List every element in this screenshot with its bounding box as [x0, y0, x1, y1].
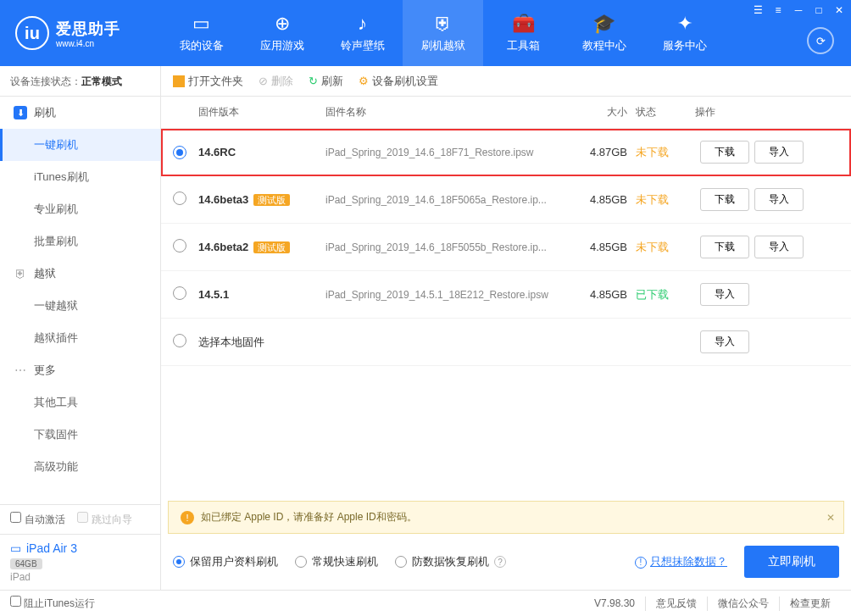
nav-icon: 🧰 [512, 13, 535, 35]
import-button[interactable]: 导入 [754, 236, 804, 258]
more-icon: ⋯ [14, 363, 27, 377]
sidebar-group-jailbreak[interactable]: ⛨越狱 [0, 258, 160, 290]
sidebar-group-more[interactable]: ⋯更多 [0, 354, 160, 386]
firmware-row[interactable]: 14.6beta3测试版iPad_Spring_2019_14.6_18F506… [161, 176, 851, 224]
refresh-icon: ↻ [309, 75, 318, 87]
option-keep-data[interactable]: 保留用户资料刷机 [173, 554, 278, 569]
device-info[interactable]: ▭iPad Air 3 64GB iPad [0, 534, 160, 590]
beta-badge: 测试版 [253, 241, 290, 253]
sidebar-item[interactable]: 其他工具 [0, 386, 160, 419]
sidebar-item[interactable]: 一键刷机 [0, 129, 160, 161]
logo-icon: iu [15, 16, 49, 50]
radio-button[interactable] [173, 286, 186, 300]
nav-item-5[interactable]: 🎓教程中心 [564, 0, 644, 66]
flash-options: 保留用户资料刷机 常规快速刷机 防数据恢复刷机? !只想抹除数据？ 立即刷机 [161, 534, 851, 590]
option-anti-recovery[interactable]: 防数据恢复刷机? [395, 554, 506, 569]
main-nav: ▭我的设备⊕应用游戏♪铃声壁纸⛨刷机越狱🧰工具箱🎓教程中心✦服务中心 [161, 0, 725, 66]
radio-button[interactable] [173, 334, 186, 347]
sidebar-item[interactable]: 高级功能 [0, 451, 160, 483]
import-button[interactable]: 导入 [754, 188, 804, 211]
flash-icon: ⬇ [14, 106, 27, 119]
download-button[interactable]: 下载 [700, 236, 749, 258]
sidebar-item[interactable]: 批量刷机 [0, 225, 160, 258]
nav-icon: ♪ [358, 13, 367, 35]
download-button[interactable]: 下载 [700, 141, 749, 164]
version-label: V7.98.30 [584, 597, 645, 609]
sidebar-item[interactable]: 越狱插件 [0, 322, 160, 354]
delete-icon: ⊘ [259, 75, 268, 87]
radio-button[interactable] [173, 191, 186, 205]
nav-icon: 🎓 [592, 13, 615, 35]
app-url: www.i4.cn [56, 39, 120, 48]
list-icon[interactable]: ≡ [771, 3, 785, 17]
nav-icon: ✦ [677, 13, 692, 35]
refresh-button[interactable]: ↻刷新 [309, 74, 343, 89]
download-button[interactable]: 下载 [700, 188, 749, 211]
close-icon[interactable]: ✕ [832, 3, 846, 17]
nav-item-1[interactable]: ⊕应用游戏 [242, 0, 322, 66]
nav-icon: ▭ [192, 13, 210, 35]
app-header: iu 爱思助手 www.i4.cn ▭我的设备⊕应用游戏♪铃声壁纸⛨刷机越狱🧰工… [0, 0, 851, 66]
firmware-row[interactable]: 14.6RCiPad_Spring_2019_14.6_18F71_Restor… [161, 129, 851, 176]
delete-button: ⊘删除 [259, 74, 293, 89]
help-icon[interactable]: ? [494, 556, 506, 568]
erase-data-link[interactable]: !只想抹除数据？ [635, 554, 727, 569]
beta-badge: 测试版 [253, 194, 290, 206]
maximize-icon[interactable]: □ [812, 3, 826, 17]
local-firmware-row[interactable]: 选择本地固件导入 [161, 319, 851, 366]
nav-item-0[interactable]: ▭我的设备 [161, 0, 242, 66]
option-normal[interactable]: 常规快速刷机 [295, 554, 378, 569]
import-button[interactable]: 导入 [754, 141, 804, 164]
auto-activate-checkbox[interactable]: 自动激活 [10, 512, 65, 527]
open-folder-button[interactable]: 打开文件夹 [173, 74, 243, 89]
window-controls: ☰ ≡ ─ □ ✕ [751, 3, 846, 17]
shield-icon: ⛨ [14, 267, 27, 280]
warning-icon: ! [181, 511, 194, 524]
sidebar-item[interactable]: 专业刷机 [0, 193, 160, 225]
block-itunes-checkbox[interactable]: 阻止iTunes运行 [10, 596, 95, 611]
sidebar-group-flash[interactable]: ⬇刷机 [0, 97, 160, 129]
import-button[interactable]: 导入 [700, 330, 749, 353]
app-name: 爱思助手 [56, 20, 120, 37]
import-button[interactable]: 导入 [700, 283, 749, 306]
folder-icon [173, 75, 185, 87]
settings-button[interactable]: ⚙设备刷机设置 [359, 74, 438, 89]
nav-item-2[interactable]: ♪铃声壁纸 [322, 0, 403, 66]
check-update-link[interactable]: 检查更新 [779, 597, 841, 611]
sidebar-item[interactable]: iTunes刷机 [0, 161, 160, 193]
feedback-link[interactable]: 意见反馈 [645, 597, 707, 611]
nav-item-6[interactable]: ✦服务中心 [644, 0, 725, 66]
nav-icon: ⊕ [275, 13, 290, 35]
logo: iu 爱思助手 www.i4.cn [0, 16, 161, 50]
table-header: 固件版本 固件名称 大小 状态 操作 [161, 97, 851, 129]
nav-item-3[interactable]: ⛨刷机越狱 [403, 0, 483, 66]
connection-status: 设备连接状态：正常模式 [0, 66, 160, 97]
sidebar: 设备连接状态：正常模式 ⬇刷机 一键刷机iTunes刷机专业刷机批量刷机 ⛨越狱… [0, 66, 161, 590]
firmware-row[interactable]: 14.5.1iPad_Spring_2019_14.5.1_18E212_Res… [161, 271, 851, 319]
skip-guide-checkbox[interactable]: 跳过向导 [77, 512, 132, 527]
gear-icon: ⚙ [359, 75, 369, 87]
menu-icon[interactable]: ☰ [751, 3, 765, 17]
nav-icon: ⛨ [434, 13, 453, 35]
toolbar: 打开文件夹 ⊘删除 ↻刷新 ⚙设备刷机设置 [161, 66, 851, 97]
nav-item-4[interactable]: 🧰工具箱 [483, 0, 564, 66]
apple-id-notice: ! 如已绑定 Apple ID，请准备好 Apple ID和密码。 ✕ [168, 501, 844, 534]
radio-button[interactable] [173, 239, 186, 253]
footer: 阻止iTunes运行 V7.98.30 意见反馈 微信公众号 检查更新 [0, 590, 851, 616]
content: 打开文件夹 ⊘删除 ↻刷新 ⚙设备刷机设置 固件版本 固件名称 大小 状态 操作… [161, 66, 851, 590]
flash-now-button[interactable]: 立即刷机 [744, 546, 839, 578]
firmware-row[interactable]: 14.6beta2测试版iPad_Spring_2019_14.6_18F505… [161, 224, 851, 271]
sync-icon[interactable]: ⟳ [807, 27, 834, 54]
sidebar-item[interactable]: 一键越狱 [0, 290, 160, 322]
sidebar-item[interactable]: 下载固件 [0, 419, 160, 451]
radio-button[interactable] [173, 146, 186, 159]
close-notice-button[interactable]: ✕ [826, 512, 835, 524]
minimize-icon[interactable]: ─ [792, 3, 805, 17]
tablet-icon: ▭ [10, 541, 21, 555]
info-icon: ! [635, 557, 647, 569]
wechat-link[interactable]: 微信公众号 [707, 597, 779, 611]
storage-badge: 64GB [10, 558, 42, 569]
